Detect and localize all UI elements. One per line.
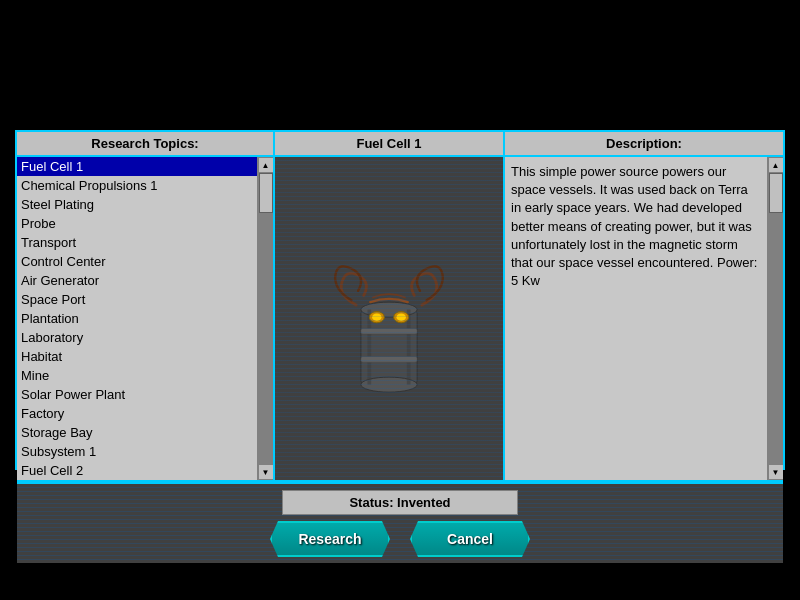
research-list[interactable]: Fuel Cell 1Chemical Propulsions 1Steel P… — [17, 157, 257, 480]
list-item[interactable]: Subsystem 1 — [17, 442, 257, 461]
list-item[interactable]: Habitat — [17, 347, 257, 366]
desc-scroll-track — [768, 173, 783, 464]
desc-scroll-down[interactable]: ▼ — [768, 464, 784, 480]
left-panel: Research Topics: Fuel Cell 1Chemical Pro… — [17, 132, 275, 480]
svg-point-10 — [397, 313, 406, 321]
list-item[interactable]: Chemical Propulsions 1 — [17, 176, 257, 195]
list-item[interactable]: Air Generator — [17, 271, 257, 290]
list-item[interactable]: Fuel Cell 2 — [17, 461, 257, 480]
list-item[interactable]: Laboratory — [17, 328, 257, 347]
list-item[interactable]: Transport — [17, 233, 257, 252]
list-container: Fuel Cell 1Chemical Propulsions 1Steel P… — [17, 157, 273, 480]
scroll-track — [258, 173, 273, 464]
scroll-down-btn[interactable]: ▼ — [258, 464, 274, 480]
status-bar: Status: Invented — [282, 490, 518, 515]
list-item[interactable]: Mine — [17, 366, 257, 385]
item-image-area — [275, 157, 503, 480]
list-item[interactable]: Factory — [17, 404, 257, 423]
description-text: This simple power source powers our spac… — [505, 157, 767, 480]
desc-scroll-thumb[interactable] — [769, 173, 783, 213]
list-item[interactable]: Steel Plating — [17, 195, 257, 214]
fuel-cell-image — [324, 244, 454, 394]
list-scrollbar[interactable]: ▲ ▼ — [257, 157, 273, 480]
middle-panel: Fuel Cell 1 — [275, 132, 505, 480]
list-item[interactable]: Fuel Cell 1 — [17, 157, 257, 176]
dialog-body: Research Topics: Fuel Cell 1Chemical Pro… — [17, 132, 783, 482]
research-topics-header: Research Topics: — [17, 132, 273, 157]
list-item[interactable]: Solar Power Plant — [17, 385, 257, 404]
svg-point-9 — [372, 313, 381, 321]
svg-rect-6 — [361, 356, 417, 362]
desc-scrollbar[interactable]: ▲ ▼ — [767, 157, 783, 480]
bottom-area: Status: Invented Research Cancel — [17, 482, 783, 563]
list-item[interactable]: Control Center — [17, 252, 257, 271]
description-header: Description: — [505, 132, 783, 157]
button-row: Research Cancel — [17, 521, 783, 557]
list-item[interactable]: Plantation — [17, 309, 257, 328]
scroll-thumb[interactable] — [259, 173, 273, 213]
cancel-button[interactable]: Cancel — [410, 521, 530, 557]
list-item[interactable]: Space Port — [17, 290, 257, 309]
research-dialog: Research Topics: Fuel Cell 1Chemical Pro… — [15, 130, 785, 470]
list-item[interactable]: Probe — [17, 214, 257, 233]
svg-rect-5 — [361, 328, 417, 334]
scroll-up-btn[interactable]: ▲ — [258, 157, 274, 173]
description-container: This simple power source powers our spac… — [505, 157, 783, 480]
right-panel: Description: This simple power source po… — [505, 132, 783, 480]
desc-scroll-up[interactable]: ▲ — [768, 157, 784, 173]
fuel-cell-header: Fuel Cell 1 — [275, 132, 503, 157]
research-button[interactable]: Research — [270, 521, 390, 557]
list-item[interactable]: Storage Bay — [17, 423, 257, 442]
